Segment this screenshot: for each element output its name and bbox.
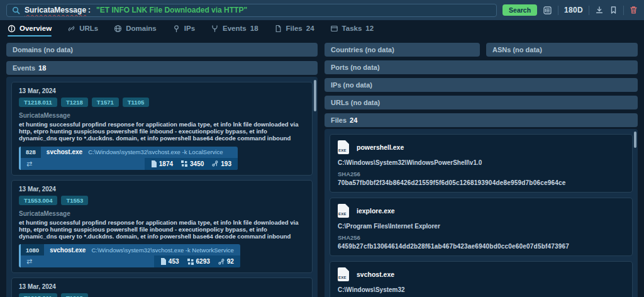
divider bbox=[623, 6, 624, 15]
process-tree-icon[interactable]: ⇄ bbox=[26, 160, 32, 167]
tab-count: 12 bbox=[365, 25, 374, 32]
ips-panel-header[interactable]: IPs (no data) bbox=[325, 78, 638, 92]
link-icon bbox=[67, 25, 75, 33]
globe-icon bbox=[114, 25, 122, 33]
divider bbox=[589, 6, 589, 15]
process-pid: 828 bbox=[21, 147, 41, 158]
process-name: svchost.exe bbox=[50, 247, 86, 254]
asns-panel-label: ASNs (no data) bbox=[492, 46, 542, 53]
event-date: 13 Mar, 2024 bbox=[19, 186, 305, 193]
countries-panel-label: Countries (no data) bbox=[331, 46, 394, 53]
process-tree-icon[interactable]: ⇄ bbox=[26, 258, 32, 265]
file-header: EXE iexplore.exe bbox=[338, 204, 625, 218]
process-box[interactable]: 1080 svchost.exe C:\Windows\system32\svc… bbox=[19, 244, 240, 267]
file-header: EXE powershell.exe bbox=[338, 140, 625, 154]
technique-tag[interactable]: T1553 bbox=[61, 196, 88, 205]
modules-count-icon bbox=[181, 160, 187, 167]
file-header: EXE svchost.exe bbox=[338, 267, 625, 281]
tab-label: Tasks bbox=[342, 25, 362, 32]
urls-panel-header[interactable]: URLs (no data) bbox=[325, 96, 638, 109]
tab-tasks[interactable]: Tasks 12 bbox=[330, 20, 374, 36]
saved-queries-icon[interactable] bbox=[543, 6, 552, 15]
search-query-field: SuricataMessage bbox=[25, 6, 86, 14]
tab-count: 18 bbox=[250, 25, 258, 32]
event-card[interactable]: 13 Mar, 2024 T1218.011 T1218 SuricataMes… bbox=[11, 277, 313, 297]
domains-panel-header[interactable]: Domains (no data) bbox=[6, 43, 318, 57]
modules-count-icon bbox=[187, 259, 194, 265]
countries-panel-header[interactable]: Countries (no data) bbox=[325, 43, 480, 57]
tab-label: URLs bbox=[79, 25, 98, 32]
technique-tags: T1553.004 T1553 bbox=[19, 196, 305, 205]
tab-label: Files bbox=[286, 25, 303, 32]
modules-count: 3450 bbox=[181, 160, 204, 167]
location-pin-icon bbox=[172, 25, 180, 33]
files-panel-header[interactable]: Files 24 bbox=[325, 113, 638, 127]
tab-overview[interactable]: Overview bbox=[8, 20, 52, 36]
search-query-value: "ET INFO LNK File Downloaded via HTTP" bbox=[96, 6, 247, 14]
tab-files[interactable]: Files 24 bbox=[274, 20, 314, 36]
download-icon[interactable] bbox=[595, 6, 604, 14]
files-count-icon bbox=[160, 258, 166, 265]
events-panel-header[interactable]: Events 18 bbox=[6, 61, 318, 75]
event-card[interactable]: 13 Mar, 2024 T1553.004 T1553 SuricataMes… bbox=[11, 180, 313, 274]
exe-file-icon-label: EXE bbox=[338, 212, 347, 216]
bookmark-icon[interactable] bbox=[609, 6, 618, 14]
file-card[interactable]: EXE iexplore.exe C:\Program Files\Intern… bbox=[330, 198, 633, 256]
tab-count: 24 bbox=[306, 25, 314, 32]
files-count: 453 bbox=[160, 258, 179, 265]
tab-urls[interactable]: URLs bbox=[67, 20, 98, 36]
process-header: 1080 svchost.exe C:\Windows\system32\svc… bbox=[21, 244, 240, 255]
modules-count: 6293 bbox=[187, 258, 210, 265]
search-button[interactable]: Search bbox=[502, 4, 537, 16]
files-count-value: 1874 bbox=[159, 160, 173, 167]
exe-file-icon: EXE bbox=[338, 140, 349, 154]
file-card[interactable]: EXE powershell.exe C:\Windows\System32\W… bbox=[330, 134, 633, 193]
technique-tag[interactable]: T1218.011 bbox=[19, 293, 57, 297]
time-range-selector[interactable]: 180D bbox=[564, 6, 583, 14]
technique-tag[interactable]: T1218 bbox=[61, 98, 88, 107]
exe-file-icon: EXE bbox=[338, 204, 349, 218]
file-sha256: 6459b27cfb13064614dd2b28f61ab467b423ae69… bbox=[338, 243, 625, 250]
events-panel-body: 13 Mar, 2024 T1218.011 T1218 T1571 T1105… bbox=[6, 77, 318, 297]
file-path: C:\Windows\System32 bbox=[338, 286, 625, 293]
urls-panel-label: URLs (no data) bbox=[331, 99, 380, 106]
tab-events[interactable]: Events 18 bbox=[211, 20, 258, 36]
technique-tag[interactable]: T1218 bbox=[61, 293, 88, 297]
tab-ips[interactable]: IPs bbox=[172, 20, 195, 36]
files-panel-count: 24 bbox=[350, 116, 357, 124]
right-column: Countries (no data) ASNs (no data) Ports… bbox=[325, 43, 638, 297]
event-card[interactable]: 13 Mar, 2024 T1218.011 T1218 T1571 T1105… bbox=[11, 82, 313, 176]
hash-type-label: SHA256 bbox=[338, 171, 625, 177]
ports-panel-header[interactable]: Ports (no data) bbox=[325, 60, 638, 74]
file-card[interactable]: EXE svchost.exe C:\Windows\System32 SHA2… bbox=[330, 261, 633, 297]
technique-tag[interactable]: T1571 bbox=[92, 98, 119, 107]
file-path: C:\Windows\System32\WindowsPowerShell\v1… bbox=[338, 159, 625, 166]
file-icon bbox=[274, 25, 282, 33]
technique-tags: T1218.011 T1218 bbox=[19, 293, 305, 297]
files-count-value: 453 bbox=[169, 258, 179, 265]
events-panel-label: Events bbox=[13, 64, 35, 72]
countries-asns-row: Countries (no data) ASNs (no data) bbox=[325, 43, 638, 57]
tab-domains[interactable]: Domains bbox=[114, 20, 157, 36]
technique-tags: T1218.011 T1218 T1571 T1105 bbox=[19, 98, 305, 107]
process-box[interactable]: 828 svchost.exe C:\Windows\system32\svch… bbox=[19, 147, 238, 170]
process-pid: 1080 bbox=[21, 244, 44, 255]
asns-panel-header[interactable]: ASNs (no data) bbox=[486, 43, 638, 57]
search-input[interactable]: SuricataMessage:"ET INFO LNK File Downlo… bbox=[6, 4, 497, 17]
connections-count-icon bbox=[212, 160, 218, 167]
files-scrollbar-thumb[interactable] bbox=[634, 132, 636, 148]
window-icon bbox=[330, 25, 338, 33]
event-message: et hunting successful propfind response … bbox=[19, 121, 305, 142]
technique-tag[interactable]: T1553.004 bbox=[19, 196, 57, 205]
events-scrollbar-thumb[interactable] bbox=[314, 80, 316, 111]
connections-count-value: 193 bbox=[221, 160, 231, 167]
technique-tag[interactable]: T1105 bbox=[123, 98, 149, 107]
files-count-icon bbox=[151, 160, 157, 167]
file-name: svchost.exe bbox=[357, 271, 394, 278]
technique-tag[interactable]: T1218.011 bbox=[19, 98, 57, 107]
delete-query-icon[interactable] bbox=[630, 6, 638, 14]
process-stats-row: ⇄ 453 6293 92 bbox=[21, 255, 240, 267]
modules-count-value: 6293 bbox=[196, 258, 210, 265]
files-panel-label: Files bbox=[331, 116, 347, 124]
file-name: powershell.exe bbox=[357, 143, 404, 151]
